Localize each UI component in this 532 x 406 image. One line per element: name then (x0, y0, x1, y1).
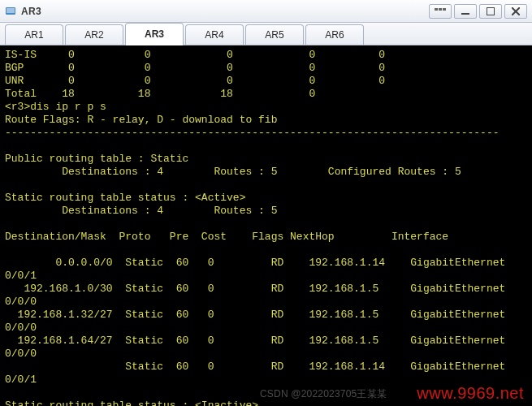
maximize-button[interactable] (479, 4, 502, 19)
minimize-button[interactable] (454, 4, 477, 19)
terminal-output[interactable]: IS-IS 0 0 0 0 0 BGP 0 0 0 0 0 UNR 0 0 0 … (0, 45, 532, 406)
svg-rect-4 (443, 8, 446, 11)
tab-ar4[interactable]: AR4 (185, 24, 244, 45)
svg-rect-6 (487, 7, 495, 15)
title-bar: AR3 (0, 0, 532, 23)
svg-rect-1 (6, 8, 15, 13)
tab-row: AR1 AR2 AR3 AR4 AR5 AR6 (0, 23, 532, 45)
window-title: AR3 (21, 6, 41, 17)
tab-ar1[interactable]: AR1 (5, 24, 63, 45)
tab-ar3[interactable]: AR3 (125, 23, 184, 45)
svg-rect-2 (435, 8, 438, 11)
svg-rect-5 (461, 13, 469, 15)
tab-ar2[interactable]: AR2 (65, 24, 123, 45)
tab-ar5[interactable]: AR5 (245, 24, 304, 45)
tab-ar6[interactable]: AR6 (305, 24, 364, 45)
close-button[interactable] (504, 4, 527, 19)
options-button[interactable] (429, 4, 452, 19)
svg-rect-3 (439, 8, 442, 11)
app-icon (5, 6, 16, 17)
